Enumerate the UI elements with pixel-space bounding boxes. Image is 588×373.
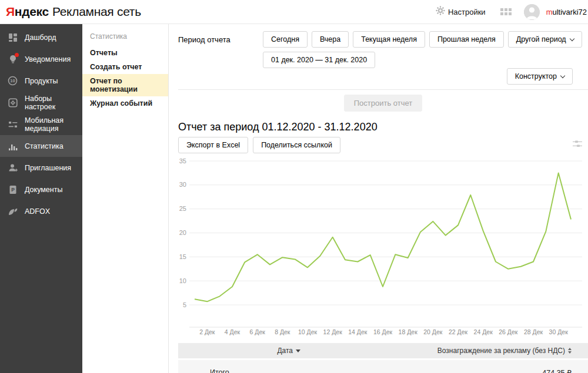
chart-settings-icon[interactable] <box>573 140 582 150</box>
svg-text:4 Дек: 4 Дек <box>225 328 240 335</box>
svg-text:10 Дек: 10 Дек <box>298 328 318 335</box>
total-label: Итого <box>178 368 229 373</box>
sidebar-item-label: Уведомления <box>25 55 71 63</box>
svg-text:8 Дек: 8 Дек <box>275 328 290 335</box>
sidebar-item-label: Мобильная медиация <box>25 116 82 133</box>
sidebar-item-label: Документы <box>25 186 62 194</box>
report-title: Отчет за период 01.12.2020 - 31.12.2020 <box>178 121 588 133</box>
settings-button[interactable]: Настройки <box>436 6 486 18</box>
date-range-button[interactable]: 01 дек. 2020 — 31 дек. 2020 <box>263 52 375 68</box>
column-header-reward[interactable]: Вознаграждение за рекламу (без НДС) <box>399 347 588 355</box>
submenu-item-event-log[interactable]: Журнал событий <box>82 96 168 110</box>
sort-both-icon <box>568 348 572 354</box>
chevron-down-icon <box>560 73 565 78</box>
adfox-leaf-icon <box>8 206 18 216</box>
submenu: Статистика Отчеты Создать отчет Отчет по… <box>82 24 169 373</box>
gear-icon <box>436 6 445 18</box>
logo-text: ндекс <box>15 5 49 18</box>
svg-text:25: 25 <box>179 205 186 212</box>
sidebar-item-label: Продукты <box>25 77 58 85</box>
sort-desc-icon <box>296 350 300 352</box>
period-last-week-button[interactable]: Прошлая неделя <box>429 31 504 48</box>
sidebar-item-adfox[interactable]: ADFOX <box>0 200 82 222</box>
svg-text:22 Дек: 22 Дек <box>449 328 468 335</box>
sidebar-item-label: Приглашения <box>25 164 71 172</box>
svg-text:16 Дек: 16 Дек <box>373 328 393 335</box>
svg-text:P: P <box>11 187 15 193</box>
sidebar-item-label: Статистика <box>25 142 64 150</box>
svg-text:5: 5 <box>183 301 186 308</box>
sidebar-item-notifications[interactable]: Уведомления <box>0 48 82 70</box>
period-label: Период отчета <box>178 31 263 44</box>
svg-text:26 Дек: 26 Дек <box>499 328 518 335</box>
svg-text:30: 30 <box>179 181 186 188</box>
period-today-button[interactable]: Сегодня <box>263 31 308 48</box>
period-current-week-button[interactable]: Текущая неделя <box>353 31 425 48</box>
logo-accent-letter: Я <box>6 5 15 18</box>
chevron-down-icon <box>569 36 574 41</box>
svg-text:10: 10 <box>10 78 15 83</box>
apps-grid-icon[interactable] <box>500 8 512 15</box>
top-header: ЯндексРекламная сеть Настройки <box>0 0 588 24</box>
table-total-row: Итого 474,35 ₽ <box>178 360 588 373</box>
sidebar-item-products[interactable]: 10 Продукты <box>0 70 82 92</box>
chart-area: 51015202530352 Дек4 Дек6 Дек8 Дек10 Дек1… <box>178 154 588 340</box>
svg-text:14 Дек: 14 Дек <box>348 328 368 335</box>
total-value: 474,35 ₽ <box>542 368 588 373</box>
totals-table: Дата Вознаграждение за рекламу (без НДС)… <box>178 343 588 373</box>
document-icon: P <box>8 184 18 194</box>
sidebar-item-documents[interactable]: P Документы <box>0 179 82 200</box>
main-content: Период отчета Сегодня Вчера Текущая неде… <box>169 24 588 373</box>
dashboard-icon <box>8 32 18 42</box>
preset-gear-icon <box>8 98 18 107</box>
svg-text:18 Дек: 18 Дек <box>399 328 418 335</box>
notifications-icon <box>8 54 18 64</box>
notification-badge <box>15 53 19 57</box>
bar-chart-icon <box>8 141 18 151</box>
svg-text:24 Дек: 24 Дек <box>474 328 493 335</box>
submenu-item-reports[interactable]: Отчеты <box>82 46 168 60</box>
build-report-button[interactable]: Построить отчет <box>344 95 423 112</box>
monetization-line-chart: 51015202530352 Дек4 Дек6 Дек8 Дек10 Дек1… <box>178 154 588 338</box>
svg-text:6 Дек: 6 Дек <box>250 328 266 335</box>
submenu-header: Статистика <box>82 32 168 46</box>
person-plus-icon <box>8 163 18 173</box>
sidebar-item-dashboard[interactable]: Дашборд <box>0 26 82 48</box>
yandex-logo[interactable]: ЯндексРекламная сеть <box>6 5 141 19</box>
svg-text:20: 20 <box>179 229 186 236</box>
svg-text:10: 10 <box>179 277 186 284</box>
sidebar-item-label: ADFOX <box>25 207 50 216</box>
period-preset-buttons: Сегодня Вчера Текущая неделя Прошлая нед… <box>263 31 582 48</box>
sidebar: Дашборд Уведомления 10 Продукты <box>0 24 82 373</box>
column-header-date[interactable]: Дата <box>178 347 399 355</box>
svg-text:2 Дек: 2 Дек <box>199 328 215 335</box>
constructor-dropdown[interactable]: Конструктор <box>507 68 573 85</box>
submenu-item-create-report[interactable]: Создать отчет <box>82 60 168 74</box>
svg-text:12 Дек: 12 Дек <box>323 328 343 335</box>
avatar[interactable] <box>524 4 540 20</box>
svg-text:35: 35 <box>179 157 186 164</box>
sliders-icon <box>8 119 18 129</box>
svg-text:28 Дек: 28 Дек <box>524 328 543 335</box>
submenu-item-monetization-report[interactable]: Отчет по монетизации <box>82 74 168 96</box>
section-divider <box>178 89 588 90</box>
period-yesterday-button[interactable]: Вчера <box>312 31 349 48</box>
svg-text:30 Дек: 30 Дек <box>549 328 569 335</box>
share-link-button[interactable]: Поделиться ссылкой <box>253 137 340 153</box>
header-actions: Настройки multivarki72 <box>436 4 588 20</box>
period-custom-dropdown[interactable]: Другой период <box>508 31 582 48</box>
sidebar-item-mobile-mediation[interactable]: Мобильная медиация <box>0 113 82 135</box>
sidebar-item-label: Наборы настроек <box>25 95 82 111</box>
products-icon: 10 <box>8 76 18 86</box>
svg-text:20 Дек: 20 Дек <box>423 328 443 335</box>
export-excel-button[interactable]: Экспорт в Excel <box>178 137 248 153</box>
report-period-section: Период отчета Сегодня Вчера Текущая неде… <box>178 31 588 48</box>
username[interactable]: multivarki72 <box>546 8 587 16</box>
sidebar-item-statistics[interactable]: Статистика <box>0 135 82 157</box>
settings-label: Настройки <box>448 8 486 16</box>
table-header-row: Дата Вознаграждение за рекламу (без НДС) <box>178 343 588 358</box>
sidebar-item-label: Дашборд <box>25 33 56 42</box>
sidebar-item-presets[interactable]: Наборы настроек <box>0 92 82 113</box>
sidebar-item-invitations[interactable]: Приглашения <box>0 157 82 179</box>
svg-text:15: 15 <box>179 253 186 260</box>
